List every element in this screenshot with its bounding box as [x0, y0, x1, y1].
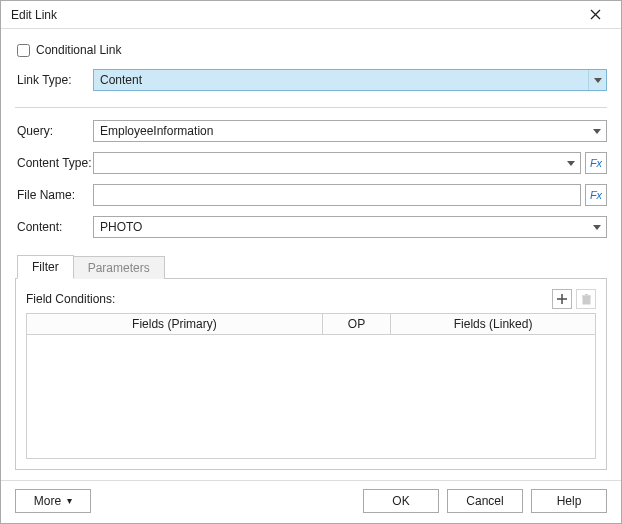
trash-icon [581, 293, 592, 305]
add-condition-button[interactable] [552, 289, 572, 309]
svg-marker-5 [593, 225, 601, 230]
svg-marker-2 [594, 78, 602, 83]
content-row: Content: PHOTO [15, 216, 607, 238]
field-conditions-grid-body[interactable] [26, 335, 596, 459]
query-value: EmployeeInformation [100, 124, 213, 138]
plus-icon [556, 293, 568, 305]
content-type-row: Content Type: Fx [15, 152, 607, 174]
file-name-row: File Name: Fx [15, 184, 607, 206]
chevron-down-icon [562, 153, 580, 173]
file-name-fx-button[interactable]: Fx [585, 184, 607, 206]
file-name-input[interactable] [93, 184, 581, 206]
chevron-down-icon [588, 70, 606, 90]
close-button[interactable] [577, 4, 613, 26]
field-conditions-header: Field Conditions: [26, 289, 596, 309]
content-label: Content: [15, 220, 93, 234]
conditional-link-checkbox[interactable]: Conditional Link [17, 43, 607, 57]
content-type-fx-button[interactable]: Fx [585, 152, 607, 174]
chevron-down-icon [588, 121, 606, 141]
link-type-dropdown[interactable]: Content [93, 69, 607, 91]
dialog-body: Conditional Link Link Type: Content Quer… [1, 29, 621, 480]
link-type-row: Link Type: Content [15, 69, 607, 91]
query-label: Query: [15, 124, 93, 138]
svg-marker-3 [593, 129, 601, 134]
delete-condition-button [576, 289, 596, 309]
tab-strip: Filter Parameters [15, 255, 607, 279]
field-conditions-table: Fields (Primary) OP Fields (Linked) [26, 313, 596, 335]
button-bar: More ▾ OK Cancel Help [1, 480, 621, 523]
more-button[interactable]: More ▾ [15, 489, 91, 513]
more-label: More [34, 494, 61, 508]
separator [15, 107, 607, 108]
col-op: OP [322, 314, 390, 335]
field-conditions-label: Field Conditions: [26, 292, 548, 306]
filter-panel: Field Conditions: Fields (Primary) OP Fi… [15, 278, 607, 470]
titlebar: Edit Link [1, 1, 621, 29]
help-button[interactable]: Help [531, 489, 607, 513]
cancel-button[interactable]: Cancel [447, 489, 523, 513]
conditional-link-label: Conditional Link [36, 43, 121, 57]
close-icon [590, 9, 601, 20]
window-title: Edit Link [11, 8, 577, 22]
tab-filter[interactable]: Filter [17, 255, 74, 279]
query-dropdown[interactable]: EmployeeInformation [93, 120, 607, 142]
tab-parameters[interactable]: Parameters [73, 256, 165, 279]
col-fields-linked: Fields (Linked) [391, 314, 596, 335]
table-header-row: Fields (Primary) OP Fields (Linked) [27, 314, 596, 335]
conditional-link-input[interactable] [17, 44, 30, 57]
content-value: PHOTO [100, 220, 142, 234]
query-row: Query: EmployeeInformation [15, 120, 607, 142]
content-type-label: Content Type: [15, 156, 93, 170]
content-type-dropdown[interactable] [93, 152, 581, 174]
svg-marker-4 [567, 161, 575, 166]
col-fields-primary: Fields (Primary) [27, 314, 323, 335]
link-type-label: Link Type: [15, 73, 93, 87]
chevron-down-icon: ▾ [67, 496, 72, 506]
content-dropdown[interactable]: PHOTO [93, 216, 607, 238]
chevron-down-icon [588, 217, 606, 237]
ok-button[interactable]: OK [363, 489, 439, 513]
link-type-value: Content [100, 73, 142, 87]
file-name-label: File Name: [15, 188, 93, 202]
